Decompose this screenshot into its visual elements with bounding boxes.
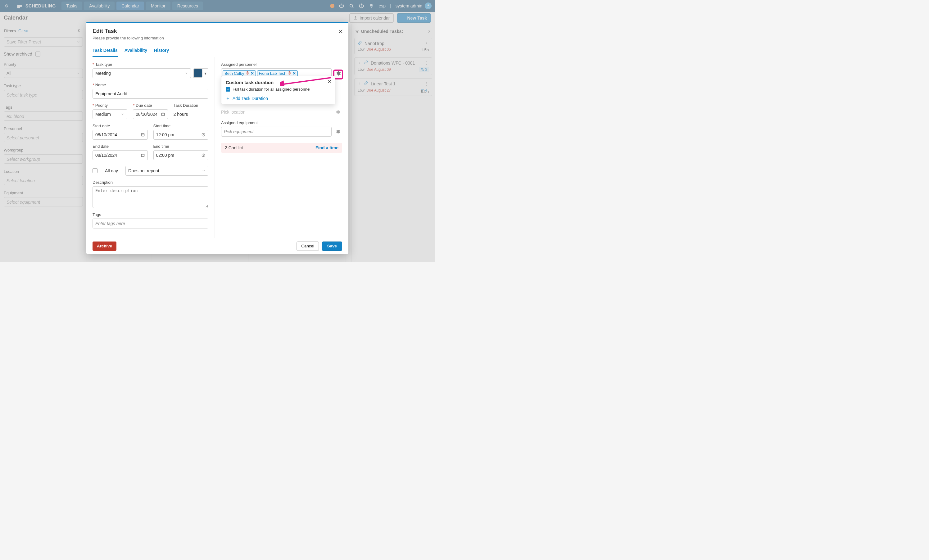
full-duration-label: Full task duration for all assigned pers… xyxy=(233,87,311,92)
all-day-label: All day xyxy=(105,168,118,173)
task-type-label: Task type xyxy=(92,62,191,67)
end-time-label: End time xyxy=(153,144,208,149)
personnel-chip[interactable]: Fiona Lab Tech ✕ xyxy=(257,70,298,77)
description-textarea[interactable] xyxy=(92,186,208,208)
clock-icon xyxy=(201,153,205,158)
end-time-input[interactable]: 02:00 pm xyxy=(153,150,208,160)
svg-rect-19 xyxy=(141,133,144,136)
task-color-picker[interactable]: ▾ xyxy=(193,68,208,78)
cancel-button[interactable]: Cancel xyxy=(296,242,319,251)
description-label: Description xyxy=(92,180,208,185)
assigned-personnel-label: Assigned personnel xyxy=(221,62,342,67)
add-task-duration-link[interactable]: Add Task Duration xyxy=(226,96,331,101)
warning-icon xyxy=(288,71,291,76)
archive-button[interactable]: Archive xyxy=(92,242,117,251)
modal-title: Edit Task xyxy=(92,28,342,34)
remove-chip-icon[interactable]: ✕ xyxy=(293,71,296,76)
popover-title: Custom task duration xyxy=(226,80,331,85)
personnel-settings-gear[interactable] xyxy=(334,69,342,77)
tags-input[interactable]: Enter tags here xyxy=(92,219,208,228)
modal-left-column: Task type Meeting ▾ Name Equipment Audit xyxy=(86,57,215,238)
modal-tab-history[interactable]: History xyxy=(154,45,169,57)
modal-tab-details[interactable]: Task Details xyxy=(92,45,118,57)
task-type-select[interactable]: Meeting xyxy=(92,68,191,78)
tags-label: Tags xyxy=(92,212,208,217)
name-label: Name xyxy=(92,83,208,87)
close-icon[interactable] xyxy=(338,29,343,35)
priority-select[interactable]: Medium xyxy=(92,109,127,119)
clock-icon xyxy=(201,133,205,137)
duration-value: 2 hours xyxy=(173,109,208,119)
priority-label: Priority xyxy=(92,103,127,108)
equipment-settings-gear[interactable] xyxy=(334,128,342,136)
modal-right-column: Assigned personnel Beth Colby ✕ Fiona La… xyxy=(215,57,348,238)
calendar-icon xyxy=(141,153,145,158)
save-button[interactable]: Save xyxy=(322,242,342,251)
modal-tab-availability[interactable]: Availability xyxy=(124,45,147,57)
due-date-input[interactable]: 08/10/2024 xyxy=(133,109,168,119)
end-date-input[interactable]: 08/10/2024 xyxy=(92,150,148,160)
conflict-text: 2 Conflict xyxy=(225,145,243,150)
start-time-label: Start time xyxy=(153,124,208,128)
warning-icon xyxy=(245,71,249,76)
edit-task-modal: Edit Task Please provide the following i… xyxy=(86,22,348,254)
calendar-icon xyxy=(161,112,165,116)
all-day-checkbox[interactable] xyxy=(92,168,98,173)
calendar-icon xyxy=(141,133,145,137)
repeat-select[interactable]: Does not repeat xyxy=(126,166,208,176)
custom-duration-popover: Custom task duration Full task duration … xyxy=(221,76,335,104)
duration-label: Task Duration xyxy=(173,103,208,108)
find-a-time-link[interactable]: Find a time xyxy=(316,145,339,150)
start-date-label: Start date xyxy=(92,124,148,128)
chevron-down-icon xyxy=(184,71,188,75)
svg-rect-15 xyxy=(161,113,164,116)
color-swatch xyxy=(194,69,202,78)
svg-rect-22 xyxy=(141,154,144,157)
modal-subtitle: Please provide the following information xyxy=(92,36,342,40)
end-date-label: End date xyxy=(92,144,148,149)
location-picker[interactable]: Pick location xyxy=(221,110,332,115)
location-settings-gear[interactable] xyxy=(334,108,342,116)
caret-down-icon: ▾ xyxy=(202,71,208,76)
conflict-banner: 2 Conflict Find a time xyxy=(221,143,342,153)
name-input[interactable]: Equipment Audit xyxy=(92,89,208,99)
start-date-input[interactable]: 08/10/2024 xyxy=(92,130,148,140)
remove-chip-icon[interactable]: ✕ xyxy=(251,71,254,76)
close-icon[interactable] xyxy=(327,79,332,85)
personnel-chip[interactable]: Beth Colby ✕ xyxy=(222,70,256,77)
modal-tabs: Task Details Availability History xyxy=(86,43,348,57)
due-date-label: Due date xyxy=(133,103,168,108)
chevron-down-icon xyxy=(121,112,124,116)
task-type-value: Meeting xyxy=(95,71,111,76)
equipment-picker[interactable]: Pick equipment xyxy=(221,127,332,136)
assigned-equipment-label: Assigned equipment xyxy=(221,121,342,125)
start-time-input[interactable]: 12:00 pm xyxy=(153,130,208,140)
full-duration-checkbox[interactable] xyxy=(226,87,230,92)
modal-footer: Archive Cancel Save xyxy=(86,238,348,254)
chevron-down-icon xyxy=(202,169,205,173)
